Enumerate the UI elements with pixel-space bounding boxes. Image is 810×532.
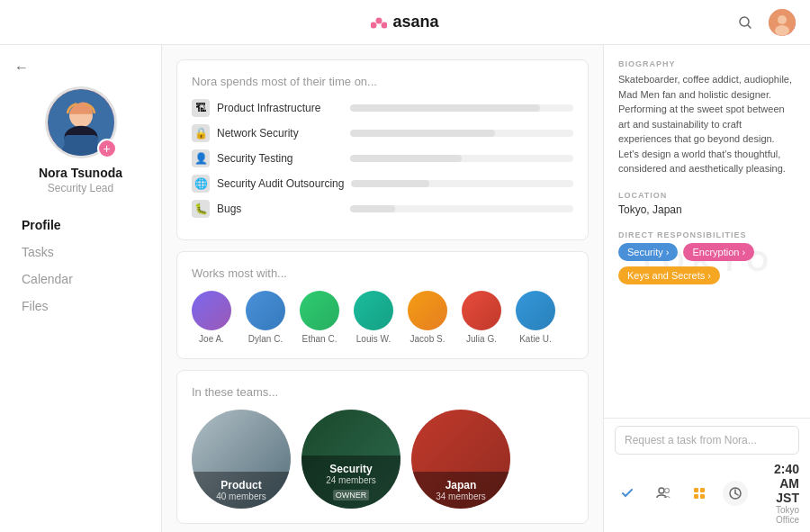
logo: asana [371, 13, 438, 32]
location-label: LOCATION [618, 191, 796, 200]
responsibility-tag[interactable]: Security › [618, 243, 678, 261]
svg-point-1 [371, 22, 377, 28]
team-name: Product [199, 479, 284, 491]
sidebar-nav: Profile Tasks Calendar Files [14, 212, 147, 320]
collaborator-item[interactable]: Ethan C. [300, 291, 339, 344]
time-bar-track [350, 104, 573, 112]
bottom-icons-left [615, 481, 748, 506]
collaborator-item[interactable]: Dylan C. [246, 291, 285, 344]
time-bar-icon: 🐛 [192, 200, 210, 218]
team-overlay: Security 24 members OWNER [302, 455, 400, 509]
team-item[interactable]: Security 24 members OWNER [302, 410, 400, 509]
svg-point-6 [778, 15, 787, 24]
team-members: 40 members [199, 491, 284, 501]
responsibility-tag[interactable]: Encryption › [683, 243, 754, 261]
office-text: Tokyo Office [755, 505, 799, 525]
svg-line-21 [735, 493, 738, 495]
time-section: Nora spends most of their time on... 🏗 P… [176, 59, 589, 240]
works-section-title: Works most with... [192, 266, 573, 280]
responsibilities-tags: Security ›Encryption ›Keys and Secrets › [618, 243, 796, 284]
time-bar-label: Security Audit Outsourcing [217, 177, 344, 190]
collaborator-name: Jacob S. [410, 334, 446, 344]
collaborator-item[interactable]: Katie U. [516, 291, 555, 344]
collaborator-avatar [354, 291, 393, 330]
sidebar-item-calendar[interactable]: Calendar [14, 266, 147, 292]
team-badge: OWNER [333, 490, 370, 500]
teams-section-title: In these teams... [192, 385, 573, 399]
team-name: Security [309, 463, 393, 475]
user-role: Security Lead [48, 182, 113, 194]
main-content: Nora spends most of their time on... 🏗 P… [162, 45, 603, 532]
svg-rect-18 [700, 494, 705, 499]
check-action-button[interactable] [615, 481, 640, 506]
team-members: 34 members [418, 491, 503, 501]
collaborator-avatar [516, 291, 555, 330]
svg-point-14 [665, 489, 670, 493]
bottom-actions-row: 2:40 AM JST Tokyo Office [615, 462, 799, 525]
time-bar-fill [351, 180, 428, 187]
time-bar-item: 🐛 Bugs [192, 200, 573, 218]
bottom-panel: Request a task from Nora... [604, 418, 810, 532]
collaborator-item[interactable]: Louis W. [354, 291, 393, 344]
time-bar-track [350, 130, 573, 137]
svg-point-7 [775, 25, 789, 36]
header-right [733, 9, 796, 36]
svg-point-0 [376, 17, 382, 23]
people-action-button[interactable] [651, 481, 676, 506]
time-bar-track [350, 155, 573, 162]
collaborator-avatar [246, 291, 285, 330]
collaborator-name: Louis W. [356, 334, 391, 344]
right-panel: TOKYO BIOGRAPHY Skateboarder, coffee add… [603, 45, 810, 532]
sidebar-item-tasks[interactable]: Tasks [14, 239, 147, 265]
teams-section: In these teams... Product 40 members Sec… [176, 370, 589, 524]
collaborator-name: Katie U. [519, 334, 552, 344]
svg-point-2 [382, 22, 388, 28]
user-avatar-container: + [45, 86, 117, 158]
time-bars-list: 🏗 Product Infrastructure 🔒 Network Secur… [192, 99, 573, 218]
task-request-input[interactable]: Request a task from Nora... [615, 426, 799, 455]
app-header: asana [0, 0, 810, 45]
time-bar-icon: 🔒 [192, 124, 210, 142]
svg-point-13 [659, 488, 664, 493]
collaborator-item[interactable]: Jacob S. [408, 291, 447, 344]
teams-grid: Product 40 members Security 24 members O… [192, 410, 573, 509]
team-item[interactable]: Japan 34 members [411, 410, 510, 509]
time-bar-label: Network Security [217, 127, 343, 140]
responsibility-tag[interactable]: Keys and Secrets › [618, 266, 720, 284]
sidebar-item-profile[interactable]: Profile [14, 212, 147, 238]
sidebar-item-files[interactable]: Files [14, 293, 147, 319]
logo-text: asana [392, 13, 438, 32]
clock-action-button[interactable] [723, 481, 748, 506]
biography-label: BIOGRAPHY [618, 59, 796, 68]
svg-rect-16 [700, 488, 705, 492]
user-avatar-header[interactable] [769, 9, 796, 36]
collaborators-grid: Joe A. Dylan C. Ethan C. Louis W. Jacob … [192, 291, 573, 344]
time-bar-icon: 🌐 [192, 175, 210, 193]
team-overlay: Japan 34 members [411, 472, 510, 509]
location-section: LOCATION Tokyo, Japan [618, 191, 796, 216]
collaborator-item[interactable]: Julia G. [462, 291, 501, 344]
add-avatar-button[interactable]: + [97, 139, 117, 158]
time-text: 2:40 AM JST [755, 462, 799, 505]
collaborator-name: Dylan C. [248, 334, 283, 344]
collaborator-name: Joe A. [199, 334, 224, 344]
collaborator-item[interactable]: Joe A. [192, 291, 231, 344]
main-layout: ← + Nora Tsunoda Security Lead Profile [0, 45, 810, 532]
responsibilities-label: DIRECT RESPONSIBILITIES [618, 230, 796, 239]
search-button[interactable] [733, 10, 758, 35]
collaborator-avatar [408, 291, 447, 330]
integration-action-button[interactable] [687, 481, 712, 506]
time-bar-label: Bugs [217, 203, 343, 215]
time-bar-item: 🔒 Network Security [192, 124, 573, 142]
team-overlay: Product 40 members [192, 472, 291, 509]
logo-dots [371, 16, 387, 29]
time-bar-fill [350, 104, 540, 112]
time-bar-item: 🌐 Security Audit Outsourcing [192, 175, 573, 193]
biography-section: BIOGRAPHY Skateboarder, coffee addict, a… [618, 59, 796, 176]
team-item[interactable]: Product 40 members [192, 410, 291, 509]
svg-rect-17 [694, 494, 698, 499]
back-button[interactable]: ← [14, 59, 29, 76]
works-with-section: Works most with... Joe A. Dylan C. Ethan… [176, 251, 589, 359]
team-name: Japan [418, 479, 503, 491]
responsibilities-section: DIRECT RESPONSIBILITIES Security ›Encryp… [618, 230, 796, 284]
